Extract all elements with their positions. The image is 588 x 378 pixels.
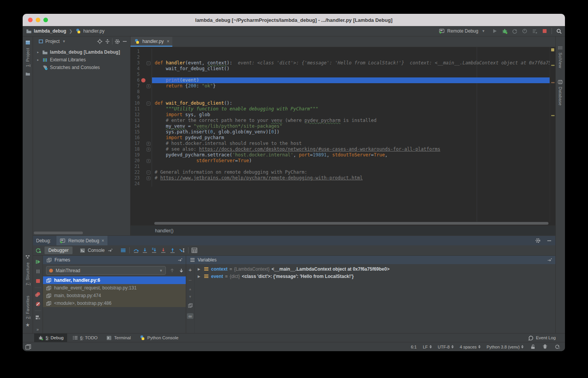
sidebar-tab-project[interactable]: 1: Project — [25, 48, 30, 67]
stripe-mark[interactable] — [551, 65, 555, 66]
expand-arrow-icon[interactable]: ▸ — [36, 50, 40, 54]
sidebar-tab-database[interactable]: Database — [558, 87, 563, 106]
code-line[interactable]: 15 sys.path.insert(0, glob.glob(my_venv)… — [130, 129, 555, 135]
sync-icon[interactable]: ? — [554, 344, 560, 350]
status-item-python38venv[interactable]: Python 3.8 (venv) — [487, 345, 524, 349]
code-line[interactable]: 19 pydevd_pycharm.settrace('host.docker.… — [130, 152, 555, 158]
thread-select[interactable]: MainThread ▼ — [46, 266, 166, 275]
code-line[interactable]: 23∧# https://www.jetbrains.com/help/pych… — [130, 175, 555, 181]
code-area[interactable]: 123−def handler(event, context): event: … — [130, 47, 555, 222]
code-line[interactable]: 14 my_venv = "venv/lib/python*/site-pack… — [130, 123, 555, 129]
fold-icon[interactable]: − — [147, 61, 150, 65]
status-item-utf8[interactable]: UTF-8 — [438, 345, 454, 349]
code-line[interactable]: 9 — [130, 95, 555, 100]
tab-debugger[interactable]: Debugger — [45, 247, 73, 254]
remove-watch-icon[interactable]: − — [188, 277, 192, 283]
line-number[interactable]: 12 — [130, 112, 140, 118]
variable-row[interactable]: ▶context = {LambdaContext} <__main__.Lam… — [195, 265, 555, 273]
breadcrumb-scope[interactable]: handler() — [155, 228, 173, 233]
step-out-icon[interactable] — [170, 247, 176, 253]
sidebar-tab-favorites[interactable]: 2: Favorites — [25, 296, 30, 319]
mute-breakpoints-icon[interactable] — [35, 301, 41, 307]
more-options-icon[interactable]: » — [36, 327, 39, 332]
project-tree-item[interactable]: ▸External Libraries — [33, 56, 130, 64]
line-number[interactable]: 11 — [130, 106, 140, 112]
line-number[interactable]: 5 — [130, 72, 140, 77]
pin-icon[interactable] — [177, 257, 183, 263]
line-number[interactable]: 6 — [130, 77, 140, 83]
stack-frame[interactable]: handler, handler.py:6 — [43, 276, 186, 284]
line-number[interactable]: 20 — [130, 158, 140, 164]
stack-frame[interactable]: handle_event_request, bootstrap.py:131 — [43, 284, 186, 292]
close-tab-icon[interactable]: × — [167, 39, 169, 44]
variable-row[interactable]: ▶event = {dict} <class 'dict'>: {'messag… — [195, 273, 555, 280]
status-item-lf[interactable]: LF — [423, 345, 432, 349]
pin-icon[interactable] — [546, 257, 552, 263]
code-line[interactable]: 18∧ # see also: https://docs.docker.com/… — [130, 146, 555, 152]
stack-frame[interactable]: <module>, bootstrap.py:486 — [43, 299, 186, 307]
fold-icon[interactable]: ∧ — [147, 148, 150, 151]
code-line[interactable]: 1 — [130, 49, 555, 54]
status-item-4spaces[interactable]: 4 spaces — [460, 345, 481, 349]
project-tree-item[interactable]: ▸lambda_debug [Lambda Debug] — [33, 48, 130, 56]
tool-window-tab-debug[interactable]: 5: Debug — [34, 334, 67, 342]
status-item-61[interactable]: 6:1 — [411, 345, 416, 349]
line-number[interactable]: 17 — [130, 141, 140, 146]
minimize-window-button[interactable] — [36, 18, 40, 22]
project-tree-item[interactable]: Scratches and Consoles — [33, 64, 130, 71]
line-number[interactable]: 21 — [130, 164, 140, 169]
step-out-of-block-icon[interactable] — [160, 247, 167, 253]
tab-console[interactable]: Console — [76, 247, 117, 254]
fold-icon[interactable]: ∧ — [147, 176, 150, 180]
code-line[interactable]: 21 — [130, 164, 555, 169]
locate-file-icon[interactable] — [97, 38, 103, 44]
code-line[interactable]: 2 — [130, 54, 555, 60]
run-button[interactable] — [492, 28, 498, 34]
coverage-button[interactable] — [522, 28, 528, 34]
editor-error-stripe[interactable] — [550, 47, 555, 222]
view-breakpoints-icon[interactable] — [35, 291, 41, 297]
settings-gear-icon[interactable] — [114, 38, 120, 44]
project-horizontal-scrollbar[interactable] — [34, 232, 83, 234]
line-number[interactable]: 9 — [130, 95, 140, 100]
tool-window-tab-pythonconsole[interactable]: Python Console — [136, 334, 182, 342]
fold-icon[interactable]: − — [147, 171, 150, 174]
line-number[interactable]: 4 — [130, 66, 140, 72]
next-frame-icon[interactable] — [178, 268, 184, 274]
code-line[interactable]: 8 — [130, 89, 555, 95]
lock-icon[interactable] — [530, 344, 536, 350]
add-watch-icon[interactable]: + — [188, 266, 192, 273]
line-number[interactable]: 18 — [130, 146, 140, 152]
duplicate-watch-icon[interactable] — [187, 302, 193, 309]
line-number[interactable]: 1 — [130, 49, 140, 54]
step-into-icon[interactable] — [142, 247, 148, 253]
sidebar-tab-structure[interactable]: 7: Structure — [25, 262, 30, 285]
project-panel-title[interactable]: Project — [45, 39, 59, 44]
line-number[interactable]: 10 — [130, 100, 140, 106]
rerun-icon[interactable] — [35, 247, 41, 253]
code-line[interactable]: 3−def handler(event, context): event: <c… — [130, 60, 555, 66]
line-number[interactable]: 13 — [130, 118, 140, 123]
expand-arrow-icon[interactable]: ▶ — [198, 267, 201, 271]
inspection-indicator[interactable] — [551, 48, 554, 51]
line-number[interactable]: 2 — [130, 54, 140, 60]
code-line[interactable]: 5 — [130, 72, 555, 77]
hide-panel-icon[interactable] — [122, 38, 128, 44]
collapse-all-icon[interactable] — [104, 38, 111, 44]
code-line[interactable]: 10−def wait_for_debug_client(): — [130, 100, 555, 106]
resume-icon[interactable] — [35, 259, 41, 265]
code-line[interactable]: 12 import sys, glob — [130, 112, 555, 118]
tool-window-tab-terminal[interactable]: Terminal — [102, 334, 134, 342]
tool-window-toggle-icon[interactable] — [25, 344, 31, 350]
line-number[interactable]: 14 — [130, 123, 140, 129]
line-number[interactable]: 8 — [130, 89, 140, 95]
run-with-parameters-button[interactable] — [532, 28, 538, 34]
zoom-window-button[interactable] — [43, 18, 48, 22]
move-watch-down-icon[interactable]: ▼ — [188, 295, 192, 299]
code-line[interactable]: 6 print(event) — [130, 77, 555, 83]
hide-panel-icon[interactable] — [546, 238, 552, 244]
show-execution-point-icon[interactable] — [120, 247, 126, 253]
line-number[interactable]: 24 — [130, 181, 140, 187]
breadcrumb-file[interactable]: handler.py — [83, 28, 104, 34]
debug-session-tab[interactable]: Remote Debug × — [56, 236, 108, 245]
